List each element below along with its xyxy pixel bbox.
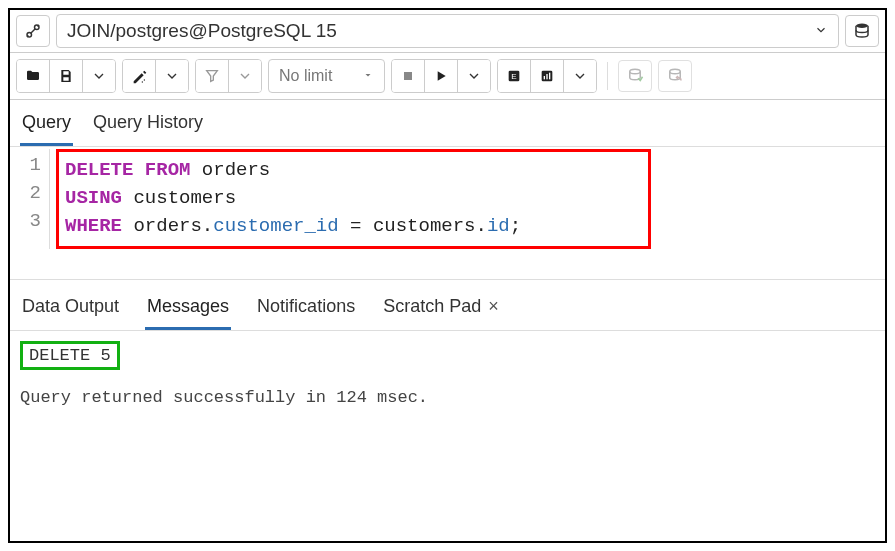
svg-point-15 bbox=[630, 69, 641, 74]
execute-button[interactable] bbox=[424, 60, 457, 92]
sql-op: = bbox=[339, 215, 373, 237]
edit-dropdown[interactable] bbox=[155, 60, 188, 92]
svg-rect-14 bbox=[549, 73, 550, 80]
line-gutter: 1 2 3 bbox=[10, 149, 50, 249]
svg-line-4 bbox=[38, 25, 40, 27]
tab-query-history[interactable]: Query History bbox=[91, 106, 205, 146]
caret-down-icon bbox=[362, 67, 374, 85]
row-limit-selector[interactable]: No limit bbox=[268, 59, 385, 93]
delete-count-highlight: DELETE 5 bbox=[20, 341, 120, 370]
sql-table: customers bbox=[373, 215, 476, 237]
sql-table: orders bbox=[202, 159, 270, 181]
sql-keyword: WHERE bbox=[65, 215, 122, 237]
open-file-button[interactable] bbox=[17, 60, 49, 92]
execute-dropdown[interactable] bbox=[457, 60, 490, 92]
sql-keyword: FROM bbox=[145, 159, 191, 181]
tab-notifications[interactable]: Notifications bbox=[255, 290, 357, 330]
svg-point-16 bbox=[670, 69, 681, 74]
sql-column: id bbox=[487, 215, 510, 237]
query-status-line: Query returned successfully in 124 msec. bbox=[20, 388, 875, 407]
sql-keyword: USING bbox=[65, 187, 122, 209]
sql-keyword: DELETE bbox=[65, 159, 133, 181]
toolbar-divider bbox=[607, 62, 608, 90]
commit-button[interactable] bbox=[618, 60, 652, 92]
stop-button[interactable] bbox=[392, 60, 424, 92]
svg-line-2 bbox=[31, 29, 36, 34]
connection-icon[interactable] bbox=[16, 15, 50, 47]
tab-messages[interactable]: Messages bbox=[145, 290, 231, 330]
svg-rect-13 bbox=[547, 74, 548, 79]
sql-table: customers bbox=[133, 187, 236, 209]
svg-point-6 bbox=[144, 79, 145, 80]
analyze-dropdown[interactable] bbox=[563, 60, 596, 92]
rollback-button[interactable] bbox=[658, 60, 692, 92]
svg-text:E: E bbox=[512, 72, 517, 81]
database-icon-button[interactable] bbox=[845, 15, 879, 47]
sql-column: customer_id bbox=[213, 215, 338, 237]
filter-button[interactable] bbox=[196, 60, 228, 92]
line-number: 1 bbox=[14, 151, 41, 179]
messages-panel: DELETE 5 Query returned successfully in … bbox=[10, 331, 885, 417]
connection-label: JOIN/postgres@PostgreSQL 15 bbox=[67, 20, 337, 42]
save-button[interactable] bbox=[49, 60, 82, 92]
sql-table: orders bbox=[133, 215, 201, 237]
line-number: 2 bbox=[14, 179, 41, 207]
analyze-button[interactable] bbox=[530, 60, 563, 92]
highlighted-query-box: DELETE FROM orders USING customers WHERE… bbox=[56, 149, 651, 249]
save-dropdown[interactable] bbox=[82, 60, 115, 92]
close-icon[interactable]: × bbox=[488, 296, 499, 316]
edit-magic-button[interactable] bbox=[123, 60, 155, 92]
sql-editor[interactable]: 1 2 3 DELETE FROM orders USING customers… bbox=[10, 147, 885, 249]
tab-query[interactable]: Query bbox=[20, 106, 73, 146]
connection-selector[interactable]: JOIN/postgres@PostgreSQL 15 bbox=[56, 14, 839, 48]
svg-rect-8 bbox=[404, 72, 412, 80]
tab-scratch-pad[interactable]: Scratch Pad × bbox=[381, 290, 501, 330]
svg-rect-12 bbox=[544, 76, 545, 79]
tab-data-output[interactable]: Data Output bbox=[20, 290, 121, 330]
chevron-down-icon bbox=[814, 20, 828, 42]
svg-point-5 bbox=[856, 24, 868, 29]
svg-point-7 bbox=[142, 81, 143, 82]
sql-semicolon: ; bbox=[510, 215, 521, 237]
line-number: 3 bbox=[14, 207, 41, 235]
svg-line-3 bbox=[27, 36, 29, 38]
explain-button[interactable]: E bbox=[498, 60, 530, 92]
filter-dropdown[interactable] bbox=[228, 60, 261, 92]
row-limit-label: No limit bbox=[279, 67, 332, 85]
